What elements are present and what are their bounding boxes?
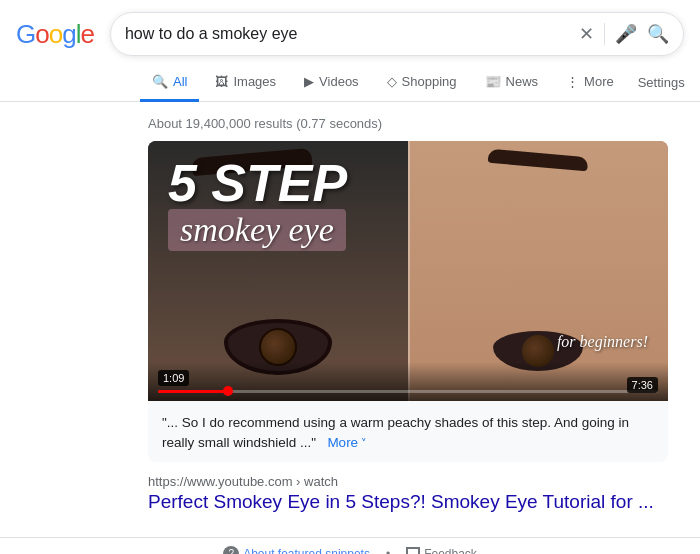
- logo-letter-e: e: [80, 19, 93, 49]
- feedback-label[interactable]: Feedback: [424, 547, 477, 555]
- video-controls[interactable]: 1:09 7:36: [148, 362, 668, 401]
- search-icons: ✕ 🎤 🔍: [579, 23, 669, 45]
- tab-more-label: More: [584, 74, 614, 89]
- progress-bar[interactable]: [158, 390, 658, 393]
- tab-all-label: All: [173, 74, 187, 89]
- snippet-more-label: More: [327, 435, 358, 450]
- result-title[interactable]: Perfect Smokey Eye in 5 Steps?! Smokey E…: [148, 491, 668, 513]
- logo-letter-g2: g: [62, 19, 75, 49]
- tab-news[interactable]: 📰 News: [473, 64, 551, 102]
- footer-bar: ? About featured snippets • Feedback: [0, 537, 700, 555]
- nav-settings: Settings Tools: [630, 65, 700, 100]
- logo-letter-o2: o: [49, 19, 62, 49]
- tab-more[interactable]: ⋮ More: [554, 64, 626, 102]
- more-icon: ⋮: [566, 74, 579, 89]
- source-url: https://www.youtube.com › watch: [148, 474, 668, 489]
- current-time-badge: 1:09: [158, 368, 658, 390]
- icon-divider: [604, 23, 605, 45]
- duration-badge: 7:36: [627, 377, 658, 393]
- news-icon: 📰: [485, 74, 501, 89]
- logo-letter-g: G: [16, 19, 35, 49]
- tab-news-label: News: [506, 74, 539, 89]
- search-icon[interactable]: 🔍: [647, 23, 669, 45]
- snippet-content: "... So I do recommend using a warm peac…: [162, 415, 629, 450]
- tab-videos[interactable]: ▶ Videos: [292, 64, 371, 102]
- video-thumbnail[interactable]: 5 STEP smokey eye for beginners! 1:09 7:…: [148, 141, 668, 401]
- featured-video-card: 5 STEP smokey eye for beginners! 1:09 7:…: [148, 141, 668, 462]
- clear-icon[interactable]: ✕: [579, 23, 594, 45]
- videos-icon: ▶: [304, 74, 314, 89]
- microphone-icon[interactable]: 🎤: [615, 23, 637, 45]
- progress-thumb: [223, 386, 233, 396]
- results-area: About 19,400,000 results (0.77 seconds): [0, 102, 700, 521]
- nav-tabs: 🔍 All 🖼 Images ▶ Videos ◇ Shopping 📰 New…: [0, 64, 700, 102]
- all-icon: 🔍: [152, 74, 168, 89]
- tab-all[interactable]: 🔍 All: [140, 64, 199, 102]
- footer-dot: •: [386, 547, 390, 555]
- feedback-container: Feedback: [406, 547, 477, 555]
- current-time: 1:09: [158, 370, 189, 386]
- shopping-icon: ◇: [387, 74, 397, 89]
- google-logo[interactable]: Google: [16, 19, 94, 50]
- step-text: 5 STEP: [168, 157, 347, 209]
- search-box[interactable]: ✕ 🎤 🔍: [110, 12, 684, 56]
- logo-letter-o1: o: [35, 19, 48, 49]
- tab-images-label: Images: [233, 74, 276, 89]
- about-snippets-container: ? About featured snippets: [223, 546, 370, 555]
- snippet-more-link[interactable]: More ˅: [327, 435, 367, 450]
- smokey-eye-text: smokey eye: [168, 209, 346, 251]
- help-circle-icon: ?: [223, 546, 239, 555]
- results-count: About 19,400,000 results (0.77 seconds): [148, 110, 676, 141]
- tab-shopping-label: Shopping: [402, 74, 457, 89]
- images-icon: 🖼: [215, 74, 228, 89]
- feedback-square-icon: [406, 547, 420, 555]
- settings-link[interactable]: Settings: [630, 65, 693, 100]
- tab-shopping[interactable]: ◇ Shopping: [375, 64, 469, 102]
- snippet-text: "... So I do recommend using a warm peac…: [148, 401, 668, 462]
- tab-images[interactable]: 🖼 Images: [203, 64, 288, 102]
- header: Google ✕ 🎤 🔍: [0, 0, 700, 64]
- about-snippets-label[interactable]: About featured snippets: [243, 547, 370, 555]
- chevron-down-icon: ˅: [358, 437, 367, 449]
- tab-videos-label: Videos: [319, 74, 359, 89]
- search-input[interactable]: [125, 25, 571, 43]
- progress-fill: [158, 390, 228, 393]
